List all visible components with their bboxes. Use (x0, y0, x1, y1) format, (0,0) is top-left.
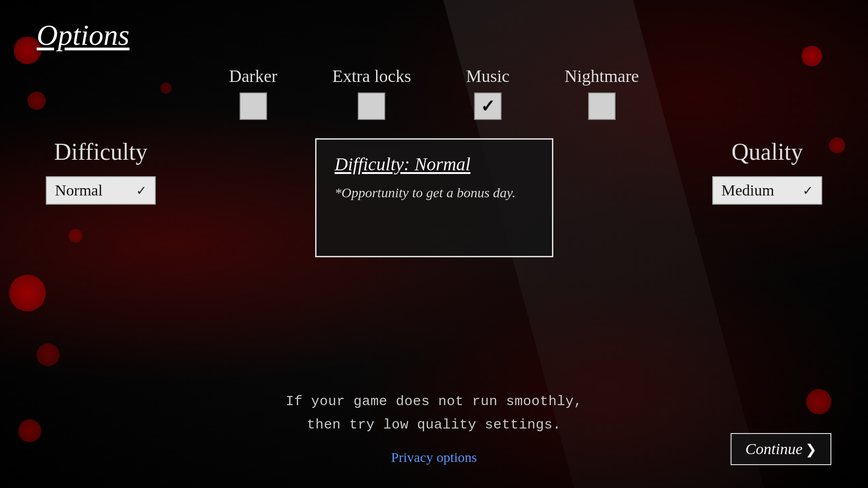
quality-selected: Medium (721, 182, 774, 199)
extra-locks-checkbox[interactable] (358, 92, 385, 120)
difficulty-dropdown[interactable]: Normal ✓ (46, 176, 156, 205)
darker-label: Darker (229, 66, 277, 86)
bottom-section: If your game does not run smoothly, then… (37, 390, 831, 465)
checkboxes-section: Darker Extra locks Music Nightmare (37, 66, 831, 120)
difficulty-selected: Normal (55, 182, 103, 199)
music-checkbox[interactable] (474, 92, 502, 120)
nightmare-checkbox[interactable] (588, 92, 616, 120)
quality-chevron-icon: ✓ (802, 183, 813, 198)
main-content: Options Darker Extra locks Music Nightma… (0, 0, 868, 488)
continue-button[interactable]: Continue ❯ (731, 433, 831, 465)
continue-button-label: Continue (745, 440, 802, 458)
middle-section: Difficulty Normal ✓ Difficulty: Normal *… (37, 138, 831, 381)
info-box: Difficulty: Normal *Opportunity to get a… (315, 138, 553, 257)
extra-locks-label: Extra locks (332, 66, 411, 86)
hint-line2: then try low quality settings. (307, 417, 561, 433)
info-box-description: *Opportunity to get a bonus day. (335, 182, 534, 203)
checkbox-group-extra-locks: Extra locks (332, 66, 411, 120)
continue-arrow-icon: ❯ (805, 441, 817, 457)
hint-text: If your game does not run smoothly, then… (286, 390, 583, 437)
hint-line1: If your game does not run smoothly, (286, 394, 583, 409)
difficulty-section: Difficulty Normal ✓ (37, 138, 165, 205)
nightmare-label: Nightmare (564, 66, 639, 86)
info-box-title: Difficulty: Normal (335, 153, 534, 175)
difficulty-chevron-icon: ✓ (136, 183, 147, 198)
privacy-options-link[interactable]: Privacy options (391, 450, 477, 465)
quality-dropdown[interactable]: Medium ✓ (712, 176, 822, 205)
checkbox-group-music: Music (466, 66, 509, 120)
quality-title: Quality (732, 138, 803, 165)
quality-section: Quality Medium ✓ (703, 138, 831, 205)
darker-checkbox[interactable] (240, 92, 267, 120)
checkbox-group-nightmare: Nightmare (564, 66, 639, 120)
difficulty-title: Difficulty (54, 138, 147, 165)
checkbox-group-darker: Darker (229, 66, 277, 120)
music-label: Music (466, 66, 509, 86)
page-title: Options (37, 18, 130, 52)
